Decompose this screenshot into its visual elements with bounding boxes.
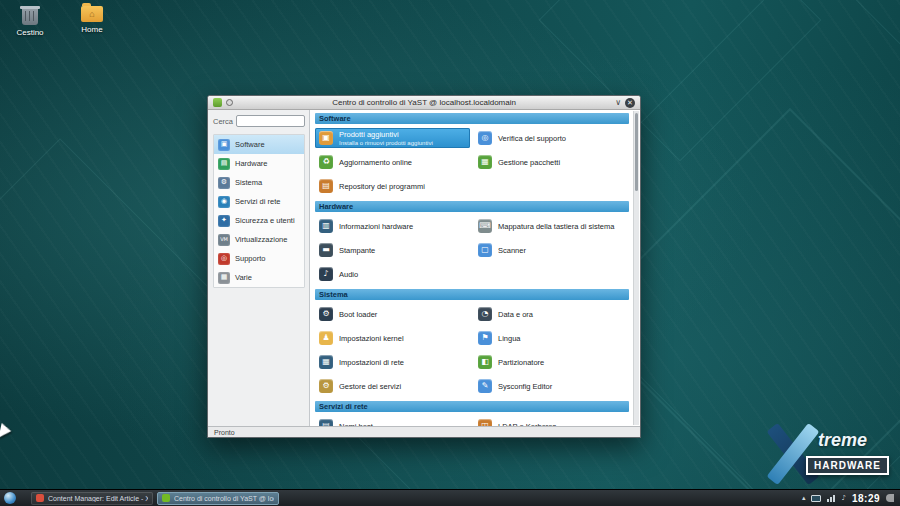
module-text: Informazioni hardware — [339, 222, 413, 231]
section-grid: ▤Nomi host◫LDAP e Kerberos — [315, 416, 629, 426]
desktop-icon-cestino[interactable]: Cestino — [8, 6, 52, 37]
network-icon[interactable] — [827, 495, 835, 502]
panel-toolbox-icon[interactable] — [886, 494, 894, 502]
logo-treme-text: treme — [818, 430, 867, 451]
sidebar-item-servizi-di-rete[interactable]: ◉Servizi di rete — [214, 192, 304, 211]
taskbar-task-content-manager-edit-article[interactable]: Content Manager: Edit Article - Xtr... — [31, 492, 153, 505]
scrollbar-thumb[interactable] — [635, 113, 638, 191]
module-partizionatore[interactable]: ◧Partizionatore — [474, 352, 629, 372]
module-text: Data e ora — [498, 310, 533, 319]
hostnames-icon: ▤ — [319, 419, 333, 426]
ldap-kerberos-icon: ◫ — [478, 419, 492, 426]
kernel-settings-icon: ♟ — [319, 331, 333, 345]
module-nomi-host[interactable]: ▤Nomi host — [315, 416, 470, 426]
module-label: Mappatura della tastiera di sistema — [498, 222, 614, 231]
sidebar-item-label: Sistema — [235, 178, 262, 187]
shade-button[interactable]: ∨ — [615, 99, 621, 107]
trash-icon — [22, 6, 38, 25]
close-button[interactable]: ✕ — [625, 98, 635, 108]
network-settings-icon: ▦ — [319, 355, 333, 369]
module-impostazioni-di-rete[interactable]: ▦Impostazioni di rete — [315, 352, 470, 372]
module-audio[interactable]: ♪Audio — [315, 264, 470, 284]
logo-hardware-text: HARDWARE — [806, 456, 889, 475]
sidebar-item-virtualizzazione[interactable]: VMVirtualizzazione — [214, 230, 304, 249]
module-scanner[interactable]: ▢Scanner — [474, 240, 629, 260]
window-title: Centro di controllo di YaST @ localhost.… — [237, 98, 611, 107]
media-check-icon: ◎ — [478, 131, 492, 145]
clock[interactable]: 18:29 — [852, 493, 880, 504]
module-label: Impostazioni di rete — [339, 358, 404, 367]
logo-x-bar — [767, 423, 820, 485]
volume-icon[interactable]: ♪ — [841, 495, 845, 502]
date-time-icon: ◔ — [478, 307, 492, 321]
sidebar-item-varie[interactable]: ▦Varie — [214, 268, 304, 287]
module-boot-loader[interactable]: ⚙Boot loader — [315, 304, 470, 324]
status-text: Pronto — [214, 429, 235, 436]
system-tray: ▴ ♪ 18:29 — [802, 493, 896, 504]
taskbar-tasks: Content Manager: Edit Article - Xtr...Ce… — [31, 492, 279, 505]
application-launcher-icon[interactable] — [4, 492, 16, 504]
module-repository-dei-programmi[interactable]: ▤Repository dei programmi — [315, 176, 470, 196]
module-informazioni-hardware[interactable]: ▥Informazioni hardware — [315, 216, 470, 236]
display-icon[interactable] — [811, 495, 821, 502]
module-label: Gestore dei servizi — [339, 382, 401, 391]
desktop-icon-label: Home — [81, 25, 102, 34]
module-impostazioni-kernel[interactable]: ♟Impostazioni kernel — [315, 328, 470, 348]
search-label: Cerca — [213, 117, 233, 126]
module-label: Audio — [339, 270, 358, 279]
system-icon: ⚙ — [218, 177, 230, 189]
desktop-icon-home[interactable]: ⌂ Home — [70, 6, 114, 37]
addon-products-icon: ▣ — [319, 131, 333, 145]
logo-x-bar — [767, 423, 820, 485]
scrollbar[interactable] — [633, 111, 639, 425]
module-ldap-e-kerberos[interactable]: ◫LDAP e Kerberos — [474, 416, 629, 426]
window-body: Cerca ▣Software▤Hardware⚙Sistema◉Servizi… — [208, 110, 640, 426]
boot-loader-icon: ⚙ — [319, 307, 333, 321]
sidebar-item-sicurezza-e-utenti[interactable]: ✦Sicurezza e utenti — [214, 211, 304, 230]
mouse-cursor-icon — [0, 423, 12, 440]
module-gestore-dei-servizi[interactable]: ⚙Gestore dei servizi — [315, 376, 470, 396]
logo-x — [762, 422, 822, 486]
module-text: Gestore dei servizi — [339, 382, 401, 391]
module-data-e-ora[interactable]: ◔Data e ora — [474, 304, 629, 324]
window-titlebar[interactable]: Centro di controllo di YaST @ localhost.… — [208, 96, 640, 110]
module-label: Gestione pacchetti — [498, 158, 560, 167]
module-text: Nomi host — [339, 422, 373, 427]
module-prodotti-aggiuntivi[interactable]: ▣Prodotti aggiuntiviInstalla o rimuovi p… — [315, 128, 470, 148]
software-icon: ▣ — [218, 139, 230, 151]
taskbar-task-centro-di-controllo-di-yast-[interactable]: Centro di controllo di YaST @ local... — [157, 492, 279, 505]
virtualization-icon: VM — [218, 234, 230, 246]
module-mappatura-della-tastiera-di-sistema[interactable]: ⌨Mappatura della tastiera di sistema — [474, 216, 629, 236]
task-label: Content Manager: Edit Article - Xtr... — [48, 495, 148, 502]
sidebar-item-label: Software — [235, 140, 265, 149]
printer-icon: ▬ — [319, 243, 333, 257]
online-update-icon: ♻ — [319, 155, 333, 169]
search-input[interactable] — [236, 115, 305, 127]
module-label: Scanner — [498, 246, 526, 255]
module-sysconfig-editor[interactable]: ✎Sysconfig Editor — [474, 376, 629, 396]
search-row: Cerca — [213, 115, 305, 127]
pin-icon[interactable] — [226, 99, 233, 106]
module-label: Stampante — [339, 246, 375, 255]
module-text: Prodotti aggiuntiviInstalla o rimuovi pr… — [339, 130, 433, 146]
module-gestione-pacchetti[interactable]: ▦Gestione pacchetti — [474, 152, 629, 172]
yast-icon — [162, 494, 170, 502]
module-label: Partizionatore — [498, 358, 544, 367]
module-verifica-del-supporto[interactable]: ◎Verifica del supporto — [474, 128, 629, 148]
sidebar-item-software[interactable]: ▣Software — [214, 135, 304, 154]
sidebar-item-label: Sicurezza e utenti — [235, 216, 295, 225]
module-lingua[interactable]: ⚑Lingua — [474, 328, 629, 348]
services-manager-icon: ⚙ — [319, 379, 333, 393]
partitioner-icon: ◧ — [478, 355, 492, 369]
module-aggiornamento-online[interactable]: ♻Aggiornamento online — [315, 152, 470, 172]
audio-icon: ♪ — [319, 267, 333, 281]
software-manager-icon: ▦ — [478, 155, 492, 169]
chevron-up-icon[interactable]: ▴ — [802, 495, 806, 502]
module-label: Informazioni hardware — [339, 222, 413, 231]
sidebar-item-sistema[interactable]: ⚙Sistema — [214, 173, 304, 192]
sidebar-item-supporto[interactable]: ◎Supporto — [214, 249, 304, 268]
sidebar-item-hardware[interactable]: ▤Hardware — [214, 154, 304, 173]
desktop-icon-label: Cestino — [16, 28, 43, 37]
module-text: Partizionatore — [498, 358, 544, 367]
module-stampante[interactable]: ▬Stampante — [315, 240, 470, 260]
